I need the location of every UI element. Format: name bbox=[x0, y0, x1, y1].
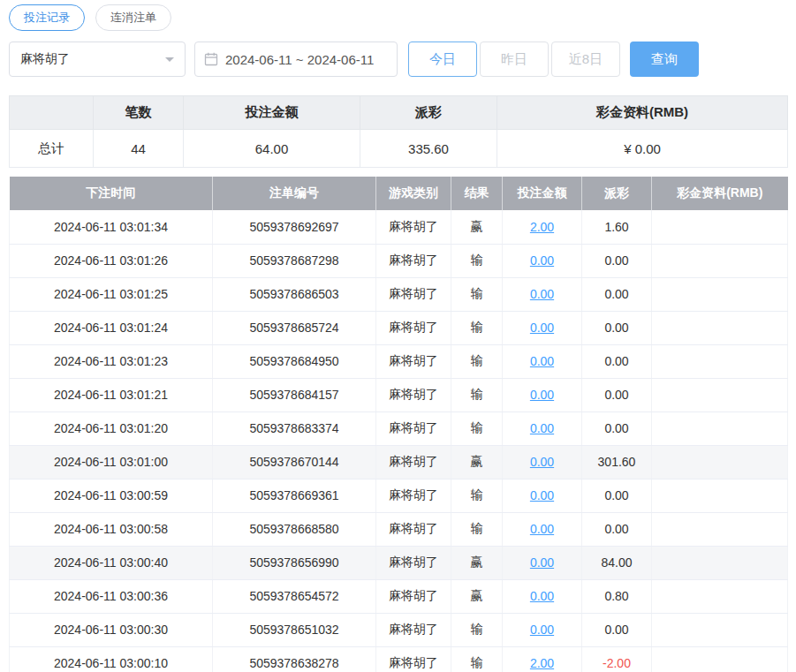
bet-time-cell: 2024-06-11 03:00:30 bbox=[10, 613, 213, 646]
summary-table: 笔数 投注金额 派彩 彩金资料(RMB) 总计 44 64.00 335.60 … bbox=[9, 95, 788, 168]
bet-amount-link[interactable]: 0.00 bbox=[530, 354, 554, 368]
order-number-cell: 5059378684950 bbox=[213, 344, 376, 378]
table-row: 2024-06-11 03:00:58 5059378668580 麻将胡了 输… bbox=[10, 512, 788, 546]
table-row: 2024-06-11 03:00:59 5059378669361 麻将胡了 输… bbox=[10, 479, 788, 512]
bet-amount-cell: 0.00 bbox=[503, 512, 582, 546]
tabs-row: 投注记录 连消注单 bbox=[9, 4, 787, 31]
payout-cell: 0.00 bbox=[582, 378, 652, 412]
bet-amount-cell: 0.00 bbox=[503, 244, 582, 277]
bet-time-cell: 2024-06-11 03:00:58 bbox=[10, 512, 213, 546]
bet-time-cell: 2024-06-11 03:01:23 bbox=[10, 344, 213, 378]
table-row: 2024-06-11 03:01:23 5059378684950 麻将胡了 输… bbox=[10, 344, 788, 378]
chevron-down-icon bbox=[165, 57, 174, 66]
jackpot-cell bbox=[652, 579, 788, 613]
game-type-cell: 麻将胡了 bbox=[376, 412, 451, 445]
bet-time-cell: 2024-06-11 03:01:20 bbox=[10, 412, 213, 445]
bet-amount-link[interactable]: 0.00 bbox=[530, 388, 554, 402]
result-cell: 输 bbox=[451, 378, 503, 412]
table-row: 2024-06-11 03:00:40 5059378656990 麻将胡了 赢… bbox=[10, 546, 788, 579]
bet-amount-cell: 0.00 bbox=[503, 412, 582, 445]
table-row: 2024-06-11 03:01:34 5059378692697 麻将胡了 赢… bbox=[10, 210, 788, 244]
bet-amount-link[interactable]: 2.00 bbox=[530, 220, 554, 234]
header-bet-time: 下注时间 bbox=[10, 177, 213, 210]
bet-amount-cell: 0.00 bbox=[503, 479, 582, 512]
bet-amount-link[interactable]: 0.00 bbox=[530, 555, 554, 570]
header-jackpot: 彩金资料(RMB) bbox=[652, 177, 788, 210]
query-button[interactable]: 查询 bbox=[630, 42, 699, 77]
payout-cell: 1.60 bbox=[582, 210, 652, 244]
summary-total-row: 总计 44 64.00 335.60 ¥ 0.00 bbox=[10, 130, 788, 168]
bet-amount-cell: 0.00 bbox=[503, 546, 582, 579]
header-result: 结果 bbox=[451, 177, 503, 210]
bet-time-cell: 2024-06-11 03:01:00 bbox=[10, 445, 213, 479]
game-type-cell: 麻将胡了 bbox=[376, 244, 451, 277]
result-cell: 赢 bbox=[451, 579, 503, 613]
bet-amount-link[interactable]: 0.00 bbox=[530, 253, 554, 268]
bet-amount-link[interactable]: 2.00 bbox=[530, 656, 554, 670]
bet-amount-link[interactable]: 0.00 bbox=[530, 421, 554, 435]
yesterday-button[interactable]: 昨日 bbox=[480, 42, 549, 77]
table-row: 2024-06-11 03:00:36 5059378654572 麻将胡了 赢… bbox=[10, 579, 788, 613]
result-cell: 输 bbox=[451, 479, 503, 512]
game-type-cell: 麻将胡了 bbox=[376, 445, 451, 479]
jackpot-cell bbox=[652, 445, 788, 479]
game-select[interactable]: 麻将胡了 bbox=[9, 42, 186, 77]
order-number-cell: 5059378669361 bbox=[213, 479, 376, 512]
calendar-icon bbox=[204, 52, 218, 66]
bet-amount-link[interactable]: 0.00 bbox=[530, 522, 554, 536]
records-table: 下注时间 注单编号 游戏类别 结果 投注金额 派彩 彩金资料(RMB) 2024… bbox=[9, 177, 788, 672]
game-type-cell: 麻将胡了 bbox=[376, 344, 451, 378]
order-number-cell: 5059378685724 bbox=[213, 311, 376, 344]
game-type-cell: 麻将胡了 bbox=[376, 646, 451, 672]
summary-total-count: 44 bbox=[94, 130, 184, 168]
payout-cell: 0.80 bbox=[582, 579, 652, 613]
result-cell: 输 bbox=[451, 311, 503, 344]
summary-total-payout: 335.60 bbox=[360, 130, 497, 168]
result-cell: 赢 bbox=[451, 210, 503, 244]
today-button[interactable]: 今日 bbox=[408, 42, 477, 77]
bet-amount-link[interactable]: 0.00 bbox=[530, 589, 554, 603]
tab-betting-records[interactable]: 投注记录 bbox=[9, 4, 85, 31]
game-type-cell: 麻将胡了 bbox=[376, 311, 451, 344]
bet-amount-link[interactable]: 0.00 bbox=[530, 623, 554, 637]
bet-amount-cell: 2.00 bbox=[503, 646, 582, 672]
summary-header-bet-amount: 投注金额 bbox=[184, 96, 360, 130]
jackpot-cell bbox=[652, 244, 788, 277]
bet-time-cell: 2024-06-11 03:00:59 bbox=[10, 479, 213, 512]
payout-cell: 0.00 bbox=[582, 412, 652, 445]
bet-amount-link[interactable]: 0.00 bbox=[530, 287, 554, 301]
order-number-cell: 5059378687298 bbox=[213, 244, 376, 277]
summary-header-jackpot: 彩金资料(RMB) bbox=[497, 96, 788, 130]
game-type-cell: 麻将胡了 bbox=[376, 277, 451, 311]
jackpot-cell bbox=[652, 277, 788, 311]
order-number-cell: 5059378638278 bbox=[213, 646, 376, 672]
order-number-cell: 5059378683374 bbox=[213, 412, 376, 445]
order-number-cell: 5059378686503 bbox=[213, 277, 376, 311]
jackpot-cell bbox=[652, 344, 788, 378]
jackpot-cell bbox=[652, 378, 788, 412]
bet-amount-link[interactable]: 0.00 bbox=[530, 321, 554, 335]
bet-time-cell: 2024-06-11 03:01:21 bbox=[10, 378, 213, 412]
payout-cell: 0.00 bbox=[582, 311, 652, 344]
game-type-cell: 麻将胡了 bbox=[376, 512, 451, 546]
summary-total-label: 总计 bbox=[10, 130, 94, 168]
game-type-cell: 麻将胡了 bbox=[376, 210, 451, 244]
bet-amount-cell: 0.00 bbox=[503, 613, 582, 646]
game-type-cell: 麻将胡了 bbox=[376, 579, 451, 613]
bet-amount-link[interactable]: 0.00 bbox=[530, 455, 554, 469]
game-type-cell: 麻将胡了 bbox=[376, 378, 451, 412]
order-number-cell: 5059378654572 bbox=[213, 579, 376, 613]
result-cell: 输 bbox=[451, 613, 503, 646]
bet-time-cell: 2024-06-11 03:00:36 bbox=[10, 579, 213, 613]
date-range-input[interactable]: 2024-06-11 ~ 2024-06-11 bbox=[194, 42, 398, 77]
table-row: 2024-06-11 03:01:00 5059378670144 麻将胡了 赢… bbox=[10, 445, 788, 479]
game-type-cell: 麻将胡了 bbox=[376, 613, 451, 646]
summary-header-row: 笔数 投注金额 派彩 彩金资料(RMB) bbox=[10, 96, 788, 130]
last-8-days-button[interactable]: 近8日 bbox=[551, 42, 620, 77]
result-cell: 赢 bbox=[451, 546, 503, 579]
order-number-cell: 5059378670144 bbox=[213, 445, 376, 479]
tab-cancelled-bets[interactable]: 连消注单 bbox=[95, 4, 171, 31]
bet-amount-link[interactable]: 0.00 bbox=[530, 488, 554, 502]
summary-total-jackpot: ¥ 0.00 bbox=[497, 130, 788, 168]
records-header-row: 下注时间 注单编号 游戏类别 结果 投注金额 派彩 彩金资料(RMB) bbox=[10, 177, 788, 210]
